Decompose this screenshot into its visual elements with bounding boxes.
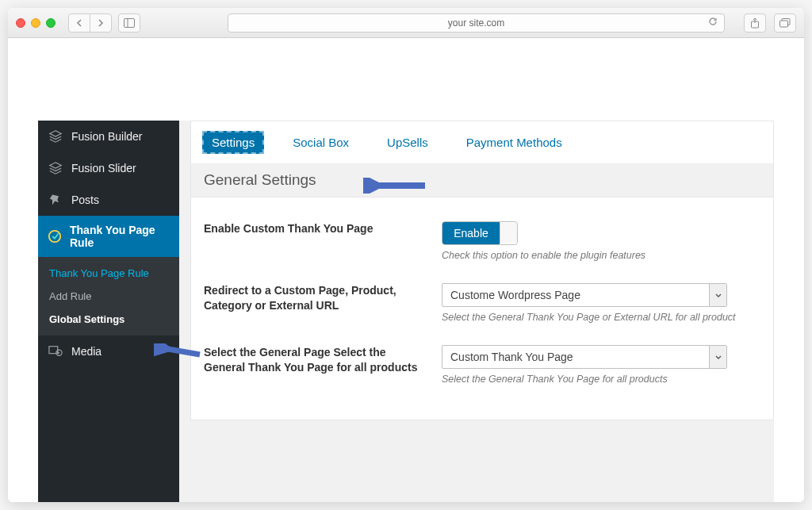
wp-sidebar: Fusion Builder Fusion Slider Posts	[38, 121, 179, 502]
general-page-select[interactable]: Custom Thank You Page	[442, 345, 727, 369]
layers-icon	[48, 160, 63, 176]
wp-submenu: Thank You Page Rule Add Rule Global Sett…	[38, 257, 179, 336]
setting-redirect: Redirect to a Custom Page, Product, Cate…	[204, 272, 760, 334]
titlebar: your site.com	[8, 8, 804, 38]
page-content: Fusion Builder Fusion Slider Posts	[8, 38, 804, 502]
submenu-global-settings[interactable]: Global Settings	[38, 308, 179, 331]
setting-control: Custome Wordpress Page Select the Genera…	[442, 283, 760, 323]
sidebar-toggle[interactable]	[118, 13, 140, 33]
reload-icon[interactable]	[708, 17, 718, 29]
select-value: Custom Thank You Page	[450, 351, 573, 363]
minimize-window[interactable]	[31, 18, 40, 28]
section-header: General Settings	[190, 163, 774, 197]
setting-general-page: Select the General Page Select the Gener…	[204, 334, 760, 396]
layers-icon	[48, 128, 63, 144]
submenu-add-rule[interactable]: Add Rule	[38, 285, 179, 308]
media-icon	[48, 343, 63, 359]
traffic-lights	[16, 18, 56, 28]
setting-label: Enable Custom Thank You Page	[204, 221, 426, 261]
setting-help: Select the General Thank You Page or Ext…	[442, 312, 760, 323]
sidebar-item-media[interactable]: Media	[38, 336, 179, 367]
right-toolbar	[744, 13, 796, 33]
toggle-handle	[500, 223, 517, 243]
svg-point-5	[49, 231, 60, 242]
tab-social-box[interactable]: Social Box	[283, 131, 358, 154]
setting-control: Enable Check this option to enable the p…	[442, 221, 760, 261]
sidebar-item-fusion-slider[interactable]: Fusion Slider	[38, 152, 179, 184]
sidebar-item-label: Fusion Builder	[71, 130, 143, 143]
tabs-button[interactable]	[774, 13, 796, 33]
chevron-down-icon	[709, 284, 726, 306]
setting-enable: Enable Custom Thank You Page Enable Chec…	[204, 210, 760, 272]
sidebar-item-label: Thank You Page Rule	[70, 224, 170, 249]
forward-button[interactable]	[90, 13, 112, 33]
settings-body: Enable Custom Thank You Page Enable Chec…	[190, 197, 774, 420]
setting-help: Select the General Thank You Page for al…	[442, 374, 760, 385]
chevron-down-icon	[709, 346, 726, 368]
url-bar[interactable]: your site.com	[228, 13, 725, 33]
back-button[interactable]	[68, 13, 90, 33]
wp-admin: Fusion Builder Fusion Slider Posts	[38, 121, 774, 502]
tab-upsells[interactable]: UpSells	[377, 131, 438, 154]
circle-arrow-icon	[48, 228, 62, 244]
share-button[interactable]	[744, 13, 766, 33]
close-window[interactable]	[16, 18, 25, 28]
setting-label: Select the General Page Select the Gener…	[204, 345, 426, 385]
setting-control: Custom Thank You Page Select the General…	[442, 345, 760, 385]
nav-buttons	[68, 13, 112, 33]
sidebar-item-label: Fusion Slider	[71, 162, 136, 174]
tab-payment-methods[interactable]: Payment Methods	[457, 131, 572, 154]
select-value: Custome Wordpress Page	[450, 289, 580, 301]
setting-help: Check this option to enable the plugin f…	[442, 250, 760, 261]
svg-rect-0	[124, 18, 135, 27]
maximize-window[interactable]	[46, 18, 56, 28]
enable-toggle[interactable]: Enable	[442, 221, 518, 245]
pin-icon	[48, 192, 63, 208]
sidebar-item-label: Media	[71, 345, 102, 358]
sidebar-item-label: Posts	[71, 194, 99, 206]
url-text: your site.com	[448, 17, 504, 29]
browser-window: your site.com + Fusion Builder	[8, 8, 804, 502]
sidebar-item-thank-you-page-rule[interactable]: Thank You Page Rule	[38, 216, 179, 257]
tabs-container: Settings Social Box UpSells Payment Meth…	[190, 121, 774, 163]
setting-label: Redirect to a Custom Page, Product, Cate…	[204, 283, 426, 323]
tab-settings[interactable]: Settings	[202, 131, 264, 154]
sidebar-item-posts[interactable]: Posts	[38, 184, 179, 216]
redirect-select[interactable]: Custome Wordpress Page	[442, 283, 727, 307]
tabs: Settings Social Box UpSells Payment Meth…	[191, 121, 773, 163]
sidebar-item-fusion-builder[interactable]: Fusion Builder	[38, 121, 179, 152]
section-title: General Settings	[204, 171, 316, 188]
svg-rect-4	[780, 21, 788, 27]
submenu-thank-you-page-rule[interactable]: Thank You Page Rule	[38, 262, 179, 285]
toggle-label: Enable	[442, 222, 500, 244]
wp-main: Settings Social Box UpSells Payment Meth…	[179, 121, 774, 502]
